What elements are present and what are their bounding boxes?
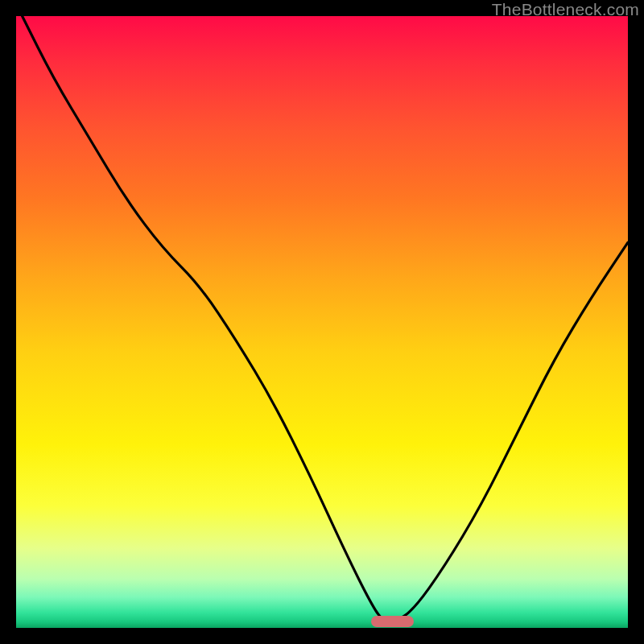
chart-stage: TheBottleneck.com (0, 0, 644, 644)
bottleneck-curve (16, 16, 628, 628)
optimal-marker (371, 616, 414, 627)
plot-area (16, 16, 628, 628)
